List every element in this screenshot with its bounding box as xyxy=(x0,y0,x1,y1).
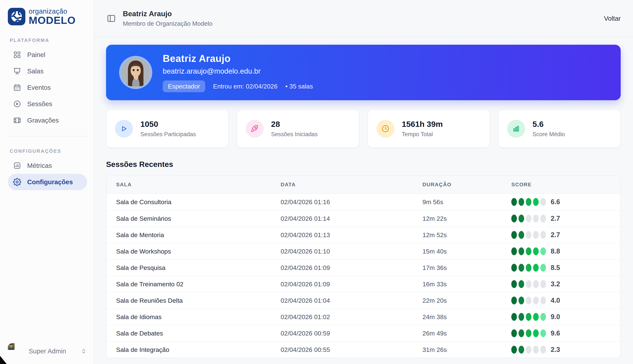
user-menu[interactable]: Super Admin xyxy=(8,343,87,359)
cell-data: 02/04/2026 01:10 xyxy=(281,248,423,255)
cell-duracao: 9m 56s xyxy=(423,198,511,206)
score-dot-empty xyxy=(526,296,531,304)
stat-label: Score Médio xyxy=(532,131,565,138)
score-dot-filled xyxy=(518,296,524,304)
score-dot-filled xyxy=(518,329,524,337)
content: Beatriz Araujo beatriz.araujo@modelo.edu… xyxy=(94,37,633,358)
stat-value: 28 xyxy=(271,120,318,129)
table-row[interactable]: Sala de Mentoria02/04/2026 01:1312m 52s2… xyxy=(107,226,620,243)
joined-date: Entrou em: 02/04/2026 xyxy=(213,83,278,90)
score-dot-filled xyxy=(511,198,517,206)
sidebar-section-label: PLATAFORMA xyxy=(10,38,87,43)
sidebar-item-label: Gravações xyxy=(27,116,59,124)
sidebar-item-sessoes[interactable]: Sessões xyxy=(8,96,87,112)
stat-card: 1561h 39mTempo Total xyxy=(368,110,490,148)
sidebar-item-salas[interactable]: Salas xyxy=(8,63,87,79)
sidebar-item-label: Configurações xyxy=(27,178,73,186)
cell-duracao: 22m 20s xyxy=(423,297,511,304)
score-dot-filled xyxy=(540,264,546,272)
play-icon xyxy=(115,120,133,138)
table-row[interactable]: Sala de Reuniões Delta02/04/2026 01:0422… xyxy=(107,292,620,308)
score-dot-filled xyxy=(511,231,517,239)
profile-name: Beatriz Araujo xyxy=(163,53,313,64)
cell-data: 02/04/2026 01:09 xyxy=(281,280,423,288)
super-admin-avatar xyxy=(8,343,24,359)
score-dot-filled xyxy=(526,198,531,206)
score-dot-filled xyxy=(540,248,546,255)
sidebar-item-painel[interactable]: Painel xyxy=(8,46,87,63)
sidebar-item-gravacoes[interactable]: Gravações xyxy=(8,112,87,128)
profile-banner: Beatriz Araujo beatriz.araujo@modelo.edu… xyxy=(106,45,621,100)
score-dot-filled xyxy=(533,198,539,206)
table-row[interactable]: Sala de Idiomas02/04/2026 01:0224m 38s9.… xyxy=(107,308,620,325)
cell-score: 8.8 xyxy=(511,248,620,255)
score-dot-empty xyxy=(526,280,531,288)
page-subtitle: Membro de Organização Modelo xyxy=(123,20,213,27)
back-button[interactable]: Voltar xyxy=(604,15,621,22)
stat-value: 5.6 xyxy=(532,120,565,129)
sidebar-toggle-icon[interactable] xyxy=(107,14,116,23)
cell-data: 02/04/2026 00:59 xyxy=(281,330,423,337)
table-row[interactable]: Sala de Pesquisa02/04/2026 01:0917m 36s8… xyxy=(107,259,620,276)
score-dot-filled xyxy=(526,264,531,272)
stat-label: Sessões Iniciadas xyxy=(271,131,318,138)
table-row[interactable]: Sala de Treinamento 0202/04/2026 01:0916… xyxy=(107,276,620,292)
cell-sala: Sala de Seminários xyxy=(107,215,281,222)
calendar-icon xyxy=(13,84,21,92)
cell-data: 02/04/2026 00:55 xyxy=(281,346,423,354)
score-value: 2.7 xyxy=(551,214,560,222)
table-row[interactable]: Sala de Workshops02/04/2026 01:1015m 40s… xyxy=(107,243,620,259)
sidebar-item-label: Métricas xyxy=(27,162,52,169)
score-dot-filled xyxy=(518,231,524,239)
gear-icon xyxy=(13,178,21,186)
score-dot-empty xyxy=(540,214,546,222)
sidebar-item-label: Sessões xyxy=(27,100,52,108)
play-circle-icon xyxy=(13,100,21,108)
score-dot-filled xyxy=(511,248,517,255)
cell-data: 02/04/2026 01:04 xyxy=(281,297,423,304)
score-dot-filled xyxy=(511,329,517,337)
stat-card: 5.6Score Médio xyxy=(498,110,621,148)
table-row[interactable]: Sala de Consultoria02/04/2026 01:169m 56… xyxy=(107,194,620,210)
column-header-sala: SALA xyxy=(107,182,281,188)
sidebar-item-label: Painel xyxy=(27,51,45,58)
stat-value: 1050 xyxy=(140,120,196,129)
table-row[interactable]: Sala de Seminários02/04/2026 01:1412m 22… xyxy=(107,210,620,226)
score-dot-filled xyxy=(540,329,546,337)
cell-score: 2.7 xyxy=(511,231,620,239)
cell-duracao: 12m 22s xyxy=(423,215,511,222)
score-dot-empty xyxy=(540,231,546,239)
score-dot-empty xyxy=(533,280,539,288)
table-row[interactable]: Sala de Debates02/04/2026 00:5926m 49s9.… xyxy=(107,325,620,341)
score-value: 3.2 xyxy=(551,280,560,288)
score-dot-filled xyxy=(518,198,524,206)
chevron-up-down-icon xyxy=(80,348,87,354)
table-row[interactable]: Sala de Integração02/04/2026 00:5531m 26… xyxy=(107,341,620,358)
sidebar-item-eventos[interactable]: Eventos xyxy=(8,79,87,96)
cell-duracao: 15m 40s xyxy=(423,248,511,255)
table-header-row: SALA DATA DURAÇÃO SCORE xyxy=(107,176,620,194)
org-logo: organização MODELO xyxy=(8,8,87,26)
cell-data: 02/04/2026 01:14 xyxy=(281,215,423,222)
app-root: organização MODELO PLATAFORMAPainelSalas… xyxy=(0,0,633,364)
org-logo-line2: MODELO xyxy=(29,15,76,26)
score-dot-empty xyxy=(533,231,539,239)
profile-avatar xyxy=(119,56,152,89)
sidebar-item-metricas[interactable]: Métricas xyxy=(8,158,87,174)
score-dot-empty xyxy=(526,346,531,354)
column-header-data: DATA xyxy=(281,182,423,188)
score-dot-filled xyxy=(526,329,531,337)
score-dot-filled xyxy=(518,280,524,288)
sidebar-item-configuracoes[interactable]: Configurações xyxy=(8,174,87,190)
presentation-icon xyxy=(13,67,21,75)
score-dot-filled xyxy=(518,264,524,272)
profile-email: beatriz.araujo@modelo.edu.br xyxy=(163,67,313,75)
score-dot-filled xyxy=(511,313,517,321)
score-dot-filled xyxy=(518,214,524,222)
film-icon xyxy=(13,116,21,124)
page-header: Beatriz Araujo Membro de Organização Mod… xyxy=(94,0,633,37)
score-value: 9.0 xyxy=(551,313,560,321)
sidebar-divider xyxy=(9,136,86,136)
score-value: 6.6 xyxy=(551,198,560,206)
score-value: 2.3 xyxy=(551,346,560,354)
